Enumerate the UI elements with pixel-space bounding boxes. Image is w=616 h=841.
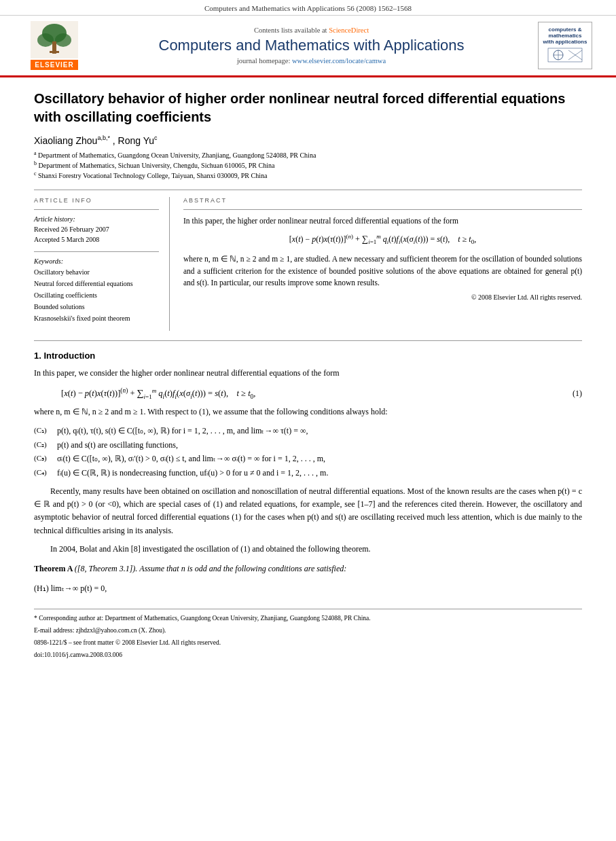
article-history: Article history: Received 26 February 20…	[34, 215, 159, 245]
logo-graphic-icon	[545, 45, 585, 65]
author-primary: Xiaoliang Zhoua,b,*	[34, 135, 113, 146]
affil-c: c Shanxi Forestry Vocational Technology …	[34, 171, 582, 179]
article-info-col: ARTICLE INFO Article history: Received 2…	[34, 197, 170, 331]
keyword-3: Oscillating coefficients	[34, 289, 159, 301]
journal-reference-bar: Computers and Mathematics with Applicati…	[0, 0, 616, 16]
divider-abstract	[183, 209, 582, 210]
elsevier-tree-icon	[31, 21, 78, 58]
footnote-issn: 0898-1221/$ – see front matter © 2008 El…	[34, 638, 582, 648]
article-title: Oscillatory behavior of higher order non…	[34, 90, 582, 126]
journal-homepage-link[interactable]: www.elsevier.com/locate/camwa	[292, 57, 386, 65]
elsevier-logo-area: ELSEVIER	[20, 21, 88, 70]
article-info-abstract: ARTICLE INFO Article history: Received 2…	[34, 197, 582, 331]
intro-para3: In 2004, Bolat and Akin [8] investigated…	[34, 543, 582, 556]
author-coauthor: , Rong Yuc	[113, 135, 158, 146]
page: Computers and Mathematics with Applicati…	[0, 0, 616, 841]
elsevier-label: ELSEVIER	[31, 60, 77, 70]
conditions-list: (C₁) p(t), qᵢ(t), τ(t), s(t) ∈ C([t₀, ∞)…	[34, 424, 582, 480]
authors-line: Xiaoliang Zhoua,b,* , Rong Yuc	[34, 135, 582, 146]
keyword-1: Oscillatory behavior	[34, 266, 159, 278]
keywords-block: Keywords: Oscillatory behavior Neutral f…	[34, 257, 159, 324]
theorem-italic-text: Assume that n is odd and the following c…	[139, 564, 346, 573]
introduction-section: 1. Introduction In this paper, we consid…	[34, 349, 582, 596]
copyright-line: © 2008 Elsevier Ltd. All rights reserved…	[183, 293, 582, 301]
abstract-formula: [x(t) − p(t)x(τ(t))](n) + ∑i=1m qi(t)fi(…	[183, 232, 582, 247]
svg-rect-5	[50, 51, 59, 53]
condition-c4: (C₄) fᵢ(u) ∈ C(ℝ, ℝ) is nondecreasing fu…	[34, 466, 582, 480]
footnote-email: E-mail address: zjhdzxl@yahoo.com.cn (X.…	[34, 626, 582, 636]
journal-right-logo: computers &mathematicswith applications	[535, 22, 596, 69]
divider-1	[34, 190, 582, 190]
where-text: where n, m ∈ ℕ, n ≥ 2 and m ≥ 1. With re…	[34, 406, 582, 418]
history-received: Received 26 February 2007	[34, 224, 159, 234]
abstract-col: ABSTRACT In this paper, the higher order…	[183, 197, 582, 331]
journal-reference-text: Computers and Mathematics with Applicati…	[204, 4, 412, 12]
svg-rect-6	[548, 48, 582, 62]
condition-c3: (C₃) σᵢ(t) ∈ C([t₀, ∞), ℝ), σᵢ′(t) > 0, …	[34, 452, 582, 465]
keywords-list: Oscillatory behavior Neutral forced diff…	[34, 266, 159, 324]
article-info-label: ARTICLE INFO	[34, 197, 159, 204]
abstract-text: In this paper, the higher order nonlinea…	[183, 215, 582, 290]
intro-para1: In this paper, we consider the higher or…	[34, 367, 582, 380]
journal-header: ELSEVIER Contents lists available at Sci…	[0, 16, 616, 77]
keyword-2: Neutral forced differential equations	[34, 278, 159, 289]
journal-logo-box: computers &mathematicswith applications	[538, 22, 592, 69]
equation-1-content: [x(t) − p(t)x(τ(t))](n) + ∑i=1m qi(t)fi(…	[61, 386, 255, 402]
history-label: Article history:	[34, 215, 159, 223]
svg-point-2	[37, 33, 54, 47]
sciencedirect-link[interactable]: ScienceDirect	[329, 26, 369, 34]
condition-c2: (C₂) p(t) and s(t) are oscillating funct…	[34, 438, 582, 452]
divider-body	[34, 340, 582, 341]
theorem-label: Theorem A ([8, Theorem 3.1]).	[34, 564, 139, 573]
footnote-star: * Corresponding author at: Department of…	[34, 613, 582, 624]
abstract-label: ABSTRACT	[183, 197, 582, 204]
equation-1-row: [x(t) − p(t)x(τ(t))](n) + ∑i=1m qi(t)fi(…	[61, 386, 582, 402]
footnotes: * Corresponding author at: Department of…	[34, 609, 582, 660]
intro-para2: Recently, many results have been obtaine…	[34, 485, 582, 537]
journal-homepage: journal homepage: www.elsevier.com/locat…	[95, 57, 528, 65]
divider-keywords	[34, 251, 159, 252]
svg-point-3	[55, 33, 71, 47]
main-content: Oscillatory behavior of higher order non…	[0, 77, 616, 675]
keyword-4: Bounded solutions	[34, 301, 159, 312]
affiliations: a Department of Mathematics, Guangdong O…	[34, 150, 582, 180]
contents-available-text: Contents lists available at ScienceDirec…	[95, 26, 528, 34]
affil-a: a Department of Mathematics, Guangdong O…	[34, 150, 582, 159]
keywords-label: Keywords:	[34, 257, 159, 265]
journal-title-header: Computers and Mathematics with Applicati…	[95, 37, 528, 54]
theorem-cond-h1: (H₁) limₜ→∞ p(t) = 0,	[34, 582, 582, 595]
keyword-5: Krasnoselskii's fixed point theorem	[34, 312, 159, 324]
affil-b: b Department of Mathematics, Sichuan Uni…	[34, 160, 582, 169]
equation-1-number: (1)	[573, 387, 582, 400]
condition-c1: (C₁) p(t), qᵢ(t), τ(t), s(t) ∈ C([t₀, ∞)…	[34, 424, 582, 437]
intro-heading: 1. Introduction	[34, 349, 582, 363]
footnote-doi: doi:10.1016/j.camwa.2008.03.006	[34, 650, 582, 660]
history-accepted: Accepted 5 March 2008	[34, 234, 159, 245]
theorem-a: Theorem A ([8, Theorem 3.1]). Assume tha…	[34, 562, 582, 575]
divider-info	[34, 209, 159, 210]
elsevier-logo: ELSEVIER	[31, 21, 78, 70]
journal-center: Contents lists available at ScienceDirec…	[88, 26, 535, 65]
